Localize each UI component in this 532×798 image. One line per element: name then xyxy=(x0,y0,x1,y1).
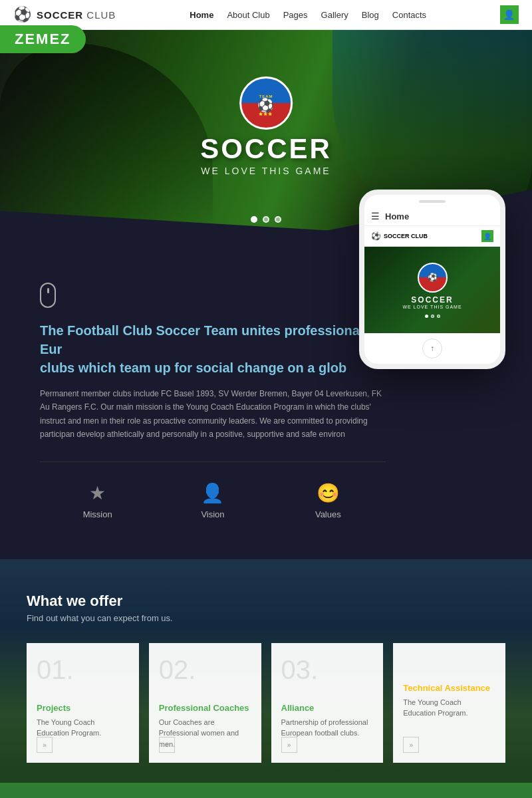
offer-section: What we offer Find out what you can expe… xyxy=(0,559,532,783)
feature-values: 😊 Values xyxy=(271,475,386,526)
scroll-indicator xyxy=(40,283,386,308)
offer-card-title-1: Projects xyxy=(37,703,129,713)
about-heading-colored: The Football Club Soccer Team unites pro… xyxy=(40,323,363,356)
phone-mockup: ☰ Home ⚽ SOCCER CLUB 👤 ⚽ SOCCER WE LOVE … xyxy=(359,190,505,369)
offer-card-2: 02. Professional Coaches Our Coaches are… xyxy=(149,643,261,763)
nav-contacts[interactable]: Contacts xyxy=(392,10,426,20)
phone-scroll-icon: ↑ xyxy=(430,344,434,353)
offer-card-title-3: Alliance xyxy=(281,703,374,713)
feature-mission-label: Mission xyxy=(47,509,148,519)
phone-dots xyxy=(425,315,440,318)
offer-number-1: 01. xyxy=(37,656,129,683)
feature-vision: 👤 Vision xyxy=(155,475,270,526)
phone-logo-text: SOCCER CLUB xyxy=(384,233,428,239)
site-header: ⚽ SOCCER CLUB Home About Club Pages Gall… xyxy=(0,0,532,30)
phone-hero-subtitle: WE LOVE THIS GAME xyxy=(402,305,462,309)
offer-subtitle: Find out what you can expect from us. xyxy=(27,613,505,623)
about-body: Permanent member clubs include FC Basel … xyxy=(40,387,386,442)
nav-home[interactable]: Home xyxy=(190,10,213,20)
scroll-wheel xyxy=(47,288,49,293)
logo-text: SOCCER CLUB xyxy=(37,9,116,21)
membership-section: Last chance to become a member Becoming … xyxy=(0,783,532,798)
user-icon[interactable]: 👤 xyxy=(500,5,519,24)
hero-content: TEAM ⚽ ⭐⭐⭐ SOCCER WE LOVE THIS GAME xyxy=(200,76,332,176)
values-icon: 😊 xyxy=(277,482,379,504)
phone-hero: ⚽ SOCCER WE LOVE THIS GAME xyxy=(364,247,500,333)
nav-about[interactable]: About Club xyxy=(227,10,269,20)
offer-card-body-4: The Young Coach Education Program. xyxy=(403,697,495,719)
about-heading: The Football Club Soccer Team unites pro… xyxy=(40,321,386,377)
offer-title: What we offer xyxy=(27,593,505,610)
hero-subtitle: WE LOVE THIS GAME xyxy=(200,166,332,176)
logo-ball-icon: ⚽ xyxy=(13,6,31,23)
nav-blog[interactable]: Blog xyxy=(362,10,379,20)
nav-gallery[interactable]: Gallery xyxy=(321,10,348,20)
main-nav: Home About Club Pages Gallery Blog Conta… xyxy=(190,10,426,20)
offer-card-title-4: Technical Assistance xyxy=(403,683,495,693)
phone-hero-content: ⚽ SOCCER WE LOVE THIS GAME xyxy=(402,263,462,318)
phone-hero-title: SOCCER xyxy=(411,295,453,305)
offer-content: What we offer Find out what you can expe… xyxy=(27,593,505,763)
badge-bottom-text: ⭐⭐⭐ xyxy=(259,112,273,116)
dot-3[interactable] xyxy=(275,216,281,223)
offer-number-3: 03. xyxy=(281,656,374,683)
badge-circle: TEAM ⚽ ⭐⭐⭐ xyxy=(239,76,293,130)
hero-dots xyxy=(251,216,281,223)
feature-mission: ★ Mission xyxy=(40,475,155,526)
offer-card-3: 03. Alliance Partnership of professional… xyxy=(271,643,384,763)
phone-user-icon[interactable]: 👤 xyxy=(481,230,493,242)
scroll-mouse xyxy=(40,283,56,308)
about-text-container: The Football Club Soccer Team unites pro… xyxy=(40,283,386,526)
club-badge: TEAM ⚽ ⭐⭐⭐ xyxy=(200,76,332,130)
offer-card-arrow-1[interactable]: » xyxy=(37,737,53,753)
dot-1[interactable] xyxy=(251,216,257,223)
offer-card-arrow-2[interactable]: » xyxy=(159,737,175,753)
offer-cards: 01. Projects The Young Coach Education P… xyxy=(27,643,505,763)
offer-card-1: 01. Projects The Young Coach Education P… xyxy=(27,643,139,763)
phone-scroll-button[interactable]: ↑ xyxy=(422,338,442,358)
offer-card-arrow-4[interactable]: » xyxy=(403,737,419,753)
phone-nav-title: Home xyxy=(385,211,409,221)
feature-values-label: Values xyxy=(277,509,379,519)
offer-card-4: Technical Assistance The Young Coach Edu… xyxy=(393,643,505,763)
hero-title: SOCCER xyxy=(200,135,332,163)
offer-card-body-1: The Young Coach Education Program. xyxy=(37,717,129,739)
offer-card-title-2: Professional Coaches xyxy=(159,703,251,713)
offer-number-2: 02. xyxy=(159,656,251,683)
offer-card-arrow-3[interactable]: » xyxy=(281,737,297,753)
phone-nav-bar: ☰ Home xyxy=(364,207,500,226)
phone-hamburger-icon[interactable]: ☰ xyxy=(371,211,380,221)
features-row: ★ Mission 👤 Vision 😊 Values xyxy=(40,462,386,526)
feature-vision-label: Vision xyxy=(162,509,263,519)
zemez-badge: ZEMEZ xyxy=(0,25,86,53)
vision-icon: 👤 xyxy=(162,482,263,504)
phone-header: ⚽ SOCCER CLUB 👤 xyxy=(364,226,500,247)
phone-speaker xyxy=(419,200,446,203)
about-section: ☰ Home ⚽ SOCCER CLUB 👤 ⚽ SOCCER WE LOVE … xyxy=(0,243,532,559)
about-heading-colored2: clubs which team up for social change on… xyxy=(40,360,346,375)
phone-dot-1[interactable] xyxy=(425,315,428,318)
logo[interactable]: ⚽ SOCCER CLUB xyxy=(13,6,116,23)
phone-badge: ⚽ xyxy=(418,263,448,293)
phone-dot-2[interactable] xyxy=(431,315,434,318)
dot-2[interactable] xyxy=(263,216,269,223)
phone-logo-ball: ⚽ xyxy=(371,231,381,241)
mission-icon: ★ xyxy=(47,482,148,504)
phone-logo: ⚽ SOCCER CLUB xyxy=(371,231,428,241)
offer-card-body-3: Partnership of professional European foo… xyxy=(281,717,374,739)
nav-pages[interactable]: Pages xyxy=(283,10,308,20)
badge-ball-icon: ⚽ xyxy=(257,98,274,112)
phone-dot-3[interactable] xyxy=(437,315,440,318)
